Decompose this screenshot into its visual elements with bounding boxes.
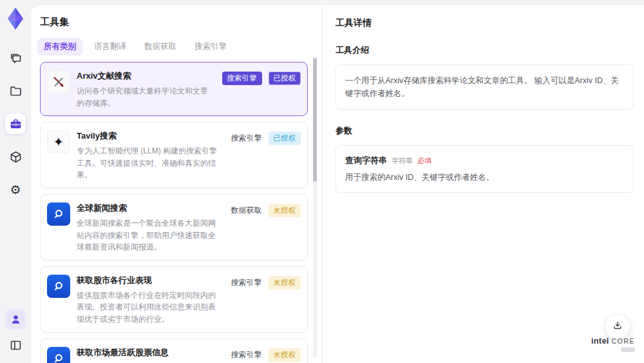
detail-title: 工具详情 (336, 17, 634, 29)
folder-icon (9, 84, 23, 98)
app-logo-icon (4, 6, 27, 31)
toolset-panel: 工具集 所有类别 语言翻译 数据获取 搜索引擎 Arxiv文献搜索 访问 (31, 5, 322, 363)
category-badge: 搜索引擎 (222, 72, 262, 85)
tool-detail-panel: 工具详情 工具介绍 一个用于从Arxiv存储库搜索科学论文和文章的工具。 输入可… (323, 5, 644, 363)
arxiv-icon (47, 70, 70, 93)
sidebar-item-files[interactable] (5, 81, 26, 101)
param-type: 字符串 (392, 156, 413, 166)
main-content: 工具集 所有类别 语言翻译 数据获取 搜索引擎 Arxiv文献搜索 访问 (31, 5, 644, 363)
status-badge: 未授权 (269, 276, 301, 289)
tool-name: Arxiv文献搜索 (77, 70, 214, 82)
tool-description: 全球新闻搜索是一个聚合全球各大新闻网站内容的搜索引擎，帮助用户快速获取全球最新资… (77, 217, 223, 253)
intel-wordmark: intel (591, 336, 609, 346)
status-badge: 未授权 (269, 204, 301, 217)
news-search-icon (47, 202, 70, 226)
tool-description: 专为人工智能代理 (LLM) 构建的搜索引擎工具。可快速提供实时、准确和真实的结… (77, 145, 223, 181)
tool-card-tavily[interactable]: ✦ Tavily搜索 专为人工智能代理 (LLM) 构建的搜索引擎工具。可快速提… (40, 122, 308, 188)
tool-card-global-news[interactable]: 全球新闻搜索 全球新闻搜索是一个聚合全球各大新闻网站内容的搜索引擎，帮助用户快速… (40, 194, 308, 260)
tool-name: 获取市场最活跃股票信息 (77, 347, 223, 358)
category-tabs: 所有类别 语言翻译 数据获取 搜索引擎 (37, 38, 322, 55)
cube-icon (9, 150, 23, 164)
status-badge: 已授权 (269, 72, 301, 85)
scrollbar-thumb[interactable] (313, 58, 317, 182)
sidebar-item-panel-toggle[interactable] (5, 335, 26, 355)
intro-heading: 工具介绍 (336, 44, 634, 56)
tab-search-engine[interactable]: 搜索引擎 (188, 38, 233, 55)
sidebar-item-settings[interactable]: ⚙ (5, 179, 26, 200)
intro-card: 一个用于从Arxiv存储库搜索科学论文和文章的工具。 输入可以是Arxiv ID… (336, 64, 634, 110)
param-name: 查询字符串 (345, 155, 387, 166)
left-rail: ⚙ (0, 0, 31, 363)
briefcase-icon (9, 117, 23, 131)
category-label: 数据获取 (231, 205, 262, 216)
param-description: 用于搜索的Arxiv ID、关键字或作者姓名。 (345, 172, 624, 183)
intro-text: 一个用于从Arxiv存储库搜索科学论文和文章的工具。 输入可以是Arxiv ID… (345, 74, 624, 100)
category-label: 搜索引擎 (231, 277, 262, 288)
tool-card-arxiv[interactable]: Arxiv文献搜索 访问各个研究领域大量科学论文和文章的存储库。 搜索引擎 已授… (40, 62, 308, 116)
chat-icon (9, 52, 23, 65)
tool-description: 提供股票市场各个行业在特定时间段内的表现。投资者可以利用这些信息来识别表现优于或… (77, 289, 223, 326)
sidebar-item-toolbox[interactable] (5, 113, 26, 134)
intel-core-logo: intel CORE (591, 336, 635, 352)
page-title: 工具集 (40, 16, 322, 28)
status-badge: 已授权 (269, 132, 301, 145)
stock-search-icon (47, 275, 70, 298)
user-icon (10, 313, 22, 326)
tavily-star-icon: ✦ (47, 130, 70, 153)
tool-card-stock-sectors[interactable]: 获取股市各行业表现 提供股票市场各个行业在特定时间段内的表现。投资者可以利用这些… (40, 266, 308, 333)
panel-toggle-icon (9, 338, 23, 352)
tab-data-fetch[interactable]: 数据获取 (138, 38, 183, 55)
category-label: 搜索引擎 (231, 133, 262, 144)
intel-badge-chip (621, 348, 635, 352)
tool-card-active-stocks[interactable]: 获取市场最活跃股票信息 提供当天交易量最高的股票列表，投资者可以利用这些信息来识… (40, 338, 308, 363)
sidebar-item-chat[interactable] (5, 48, 26, 68)
gear-icon: ⚙ (10, 184, 21, 196)
tool-name: 获取股市各行业表现 (77, 275, 223, 286)
sidebar-item-account[interactable] (5, 309, 26, 329)
tab-all-categories[interactable]: 所有类别 (37, 38, 82, 55)
tool-name: Tavily搜索 (77, 130, 223, 142)
params-heading: 参数 (336, 125, 634, 137)
tool-name: 全球新闻搜索 (77, 202, 223, 214)
param-card: 查询字符串 字符串 必填 用于搜索的Arxiv ID、关键字或作者姓名。 (336, 145, 634, 193)
status-badge: 未授权 (269, 348, 301, 362)
tool-list: Arxiv文献搜索 访问各个研究领域大量科学论文和文章的存储库。 搜索引擎 已授… (40, 62, 308, 363)
download-icon (612, 320, 623, 334)
sidebar-item-models[interactable] (5, 146, 26, 167)
category-label: 搜索引擎 (231, 349, 262, 360)
tab-language-translation[interactable]: 语言翻译 (88, 38, 133, 55)
core-wordmark: CORE (612, 337, 635, 345)
tool-description: 访问各个研究领域大量科学论文和文章的存储库。 (77, 85, 214, 109)
stock-search-icon (47, 347, 70, 363)
param-required-badge: 必填 (417, 156, 431, 166)
